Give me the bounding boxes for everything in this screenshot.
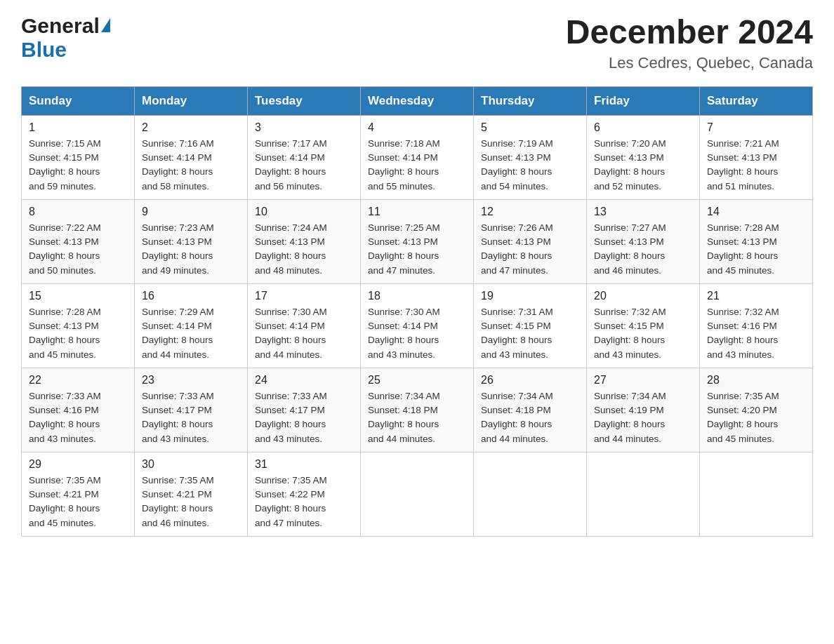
day-number: 29 (29, 458, 127, 471)
day-number: 17 (255, 290, 353, 302)
day-info: Sunrise: 7:28 AM Sunset: 4:13 PM Dayligh… (707, 221, 805, 278)
logo-triangle-icon (101, 18, 110, 32)
logo-blue-text: Blue (21, 38, 67, 61)
day-info: Sunrise: 7:32 AM Sunset: 4:15 PM Dayligh… (594, 305, 692, 362)
day-info: Sunrise: 7:34 AM Sunset: 4:18 PM Dayligh… (481, 389, 579, 446)
calendar-cell: 4 Sunrise: 7:18 AM Sunset: 4:14 PM Dayli… (361, 115, 474, 199)
day-number: 21 (707, 290, 805, 302)
weekday-header-saturday: Saturday (700, 86, 813, 115)
day-info: Sunrise: 7:35 AM Sunset: 4:21 PM Dayligh… (142, 474, 240, 530)
day-info: Sunrise: 7:19 AM Sunset: 4:13 PM Dayligh… (481, 137, 579, 194)
day-number: 28 (707, 374, 805, 387)
day-info: Sunrise: 7:21 AM Sunset: 4:13 PM Dayligh… (707, 137, 805, 194)
day-info: Sunrise: 7:33 AM Sunset: 4:16 PM Dayligh… (29, 389, 127, 446)
calendar-cell: 14 Sunrise: 7:28 AM Sunset: 4:13 PM Dayl… (700, 199, 813, 283)
day-number: 2 (142, 121, 240, 134)
calendar-week-row: 29 Sunrise: 7:35 AM Sunset: 4:21 PM Dayl… (22, 452, 813, 536)
calendar-cell: 15 Sunrise: 7:28 AM Sunset: 4:13 PM Dayl… (22, 283, 135, 368)
day-info: Sunrise: 7:25 AM Sunset: 4:13 PM Dayligh… (368, 221, 466, 278)
calendar-week-row: 8 Sunrise: 7:22 AM Sunset: 4:13 PM Dayli… (22, 199, 813, 283)
calendar-cell: 13 Sunrise: 7:27 AM Sunset: 4:13 PM Dayl… (587, 199, 700, 283)
calendar-table: SundayMondayTuesdayWednesdayThursdayFrid… (21, 86, 813, 537)
calendar-cell (587, 452, 700, 536)
day-number: 30 (142, 458, 240, 471)
calendar-cell: 6 Sunrise: 7:20 AM Sunset: 4:13 PM Dayli… (587, 115, 700, 199)
day-number: 8 (29, 206, 127, 218)
day-info: Sunrise: 7:32 AM Sunset: 4:16 PM Dayligh… (707, 305, 805, 362)
calendar-cell: 7 Sunrise: 7:21 AM Sunset: 4:13 PM Dayli… (700, 115, 813, 199)
calendar-cell: 29 Sunrise: 7:35 AM Sunset: 4:21 PM Dayl… (22, 452, 135, 536)
weekday-header-wednesday: Wednesday (361, 86, 474, 115)
weekday-header-sunday: Sunday (22, 86, 135, 115)
month-year-title: December 2024 (566, 14, 813, 51)
day-info: Sunrise: 7:30 AM Sunset: 4:14 PM Dayligh… (255, 305, 353, 362)
calendar-cell: 21 Sunrise: 7:32 AM Sunset: 4:16 PM Dayl… (700, 283, 813, 368)
day-number: 12 (481, 206, 579, 218)
day-number: 11 (368, 206, 466, 218)
day-number: 9 (142, 206, 240, 218)
day-info: Sunrise: 7:35 AM Sunset: 4:20 PM Dayligh… (707, 389, 805, 446)
day-number: 7 (707, 121, 805, 134)
day-number: 6 (594, 121, 692, 134)
calendar-cell: 5 Sunrise: 7:19 AM Sunset: 4:13 PM Dayli… (474, 115, 587, 199)
day-info: Sunrise: 7:27 AM Sunset: 4:13 PM Dayligh… (594, 221, 692, 278)
calendar-cell: 22 Sunrise: 7:33 AM Sunset: 4:16 PM Dayl… (22, 368, 135, 452)
calendar-cell: 26 Sunrise: 7:34 AM Sunset: 4:18 PM Dayl… (474, 368, 587, 452)
calendar-cell: 28 Sunrise: 7:35 AM Sunset: 4:20 PM Dayl… (700, 368, 813, 452)
day-number: 31 (255, 458, 353, 471)
day-number: 3 (255, 121, 353, 134)
weekday-header-friday: Friday (587, 86, 700, 115)
day-info: Sunrise: 7:34 AM Sunset: 4:19 PM Dayligh… (594, 389, 692, 446)
day-number: 14 (707, 206, 805, 218)
calendar-cell: 8 Sunrise: 7:22 AM Sunset: 4:13 PM Dayli… (22, 199, 135, 283)
calendar-cell: 1 Sunrise: 7:15 AM Sunset: 4:15 PM Dayli… (22, 115, 135, 199)
day-info: Sunrise: 7:26 AM Sunset: 4:13 PM Dayligh… (481, 221, 579, 278)
calendar-cell: 27 Sunrise: 7:34 AM Sunset: 4:19 PM Dayl… (587, 368, 700, 452)
day-number: 15 (29, 290, 127, 302)
calendar-cell: 18 Sunrise: 7:30 AM Sunset: 4:14 PM Dayl… (361, 283, 474, 368)
calendar-cell (474, 452, 587, 536)
calendar-cell: 20 Sunrise: 7:32 AM Sunset: 4:15 PM Dayl… (587, 283, 700, 368)
day-number: 13 (594, 206, 692, 218)
page-header: General Blue December 2024 Les Cedres, Q… (21, 14, 813, 72)
day-info: Sunrise: 7:29 AM Sunset: 4:14 PM Dayligh… (142, 305, 240, 362)
day-info: Sunrise: 7:31 AM Sunset: 4:15 PM Dayligh… (481, 305, 579, 362)
day-info: Sunrise: 7:34 AM Sunset: 4:18 PM Dayligh… (368, 389, 466, 446)
day-info: Sunrise: 7:30 AM Sunset: 4:14 PM Dayligh… (368, 305, 466, 362)
day-number: 5 (481, 121, 579, 134)
day-info: Sunrise: 7:28 AM Sunset: 4:13 PM Dayligh… (29, 305, 127, 362)
calendar-cell (361, 452, 474, 536)
calendar-cell: 12 Sunrise: 7:26 AM Sunset: 4:13 PM Dayl… (474, 199, 587, 283)
calendar-week-row: 1 Sunrise: 7:15 AM Sunset: 4:15 PM Dayli… (22, 115, 813, 199)
day-number: 10 (255, 206, 353, 218)
day-info: Sunrise: 7:16 AM Sunset: 4:14 PM Dayligh… (142, 137, 240, 194)
calendar-cell: 16 Sunrise: 7:29 AM Sunset: 4:14 PM Dayl… (135, 283, 248, 368)
day-number: 26 (481, 374, 579, 387)
day-number: 18 (368, 290, 466, 302)
weekday-header-thursday: Thursday (474, 86, 587, 115)
weekday-header-monday: Monday (135, 86, 248, 115)
day-number: 25 (368, 374, 466, 387)
day-number: 23 (142, 374, 240, 387)
calendar-cell: 2 Sunrise: 7:16 AM Sunset: 4:14 PM Dayli… (135, 115, 248, 199)
calendar-week-row: 22 Sunrise: 7:33 AM Sunset: 4:16 PM Dayl… (22, 368, 813, 452)
day-number: 22 (29, 374, 127, 387)
calendar-cell: 24 Sunrise: 7:33 AM Sunset: 4:17 PM Dayl… (248, 368, 361, 452)
calendar-cell: 17 Sunrise: 7:30 AM Sunset: 4:14 PM Dayl… (248, 283, 361, 368)
day-info: Sunrise: 7:17 AM Sunset: 4:14 PM Dayligh… (255, 137, 353, 194)
day-info: Sunrise: 7:33 AM Sunset: 4:17 PM Dayligh… (142, 389, 240, 446)
day-info: Sunrise: 7:15 AM Sunset: 4:15 PM Dayligh… (29, 137, 127, 194)
calendar-cell: 23 Sunrise: 7:33 AM Sunset: 4:17 PM Dayl… (135, 368, 248, 452)
day-info: Sunrise: 7:23 AM Sunset: 4:13 PM Dayligh… (142, 221, 240, 278)
calendar-cell (700, 452, 813, 536)
day-number: 19 (481, 290, 579, 302)
location-subtitle: Les Cedres, Quebec, Canada (566, 54, 813, 72)
calendar-cell: 9 Sunrise: 7:23 AM Sunset: 4:13 PM Dayli… (135, 199, 248, 283)
title-block: December 2024 Les Cedres, Quebec, Canada (566, 14, 813, 72)
calendar-cell: 25 Sunrise: 7:34 AM Sunset: 4:18 PM Dayl… (361, 368, 474, 452)
calendar-cell: 19 Sunrise: 7:31 AM Sunset: 4:15 PM Dayl… (474, 283, 587, 368)
calendar-week-row: 15 Sunrise: 7:28 AM Sunset: 4:13 PM Dayl… (22, 283, 813, 368)
weekday-header-tuesday: Tuesday (248, 86, 361, 115)
calendar-cell: 11 Sunrise: 7:25 AM Sunset: 4:13 PM Dayl… (361, 199, 474, 283)
calendar-cell: 31 Sunrise: 7:35 AM Sunset: 4:22 PM Dayl… (248, 452, 361, 536)
